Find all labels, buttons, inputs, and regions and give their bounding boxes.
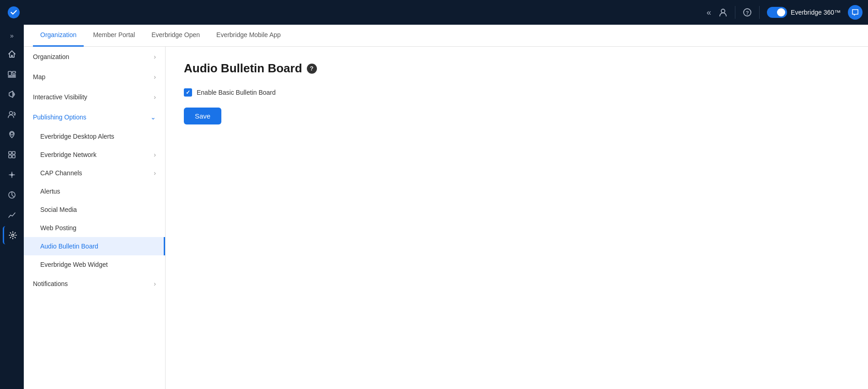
svg-rect-4: [12, 71, 16, 73]
svg-rect-9: [9, 151, 11, 154]
nav-cap-channels[interactable]: CAP Channels ›: [24, 164, 165, 182]
nav-notifications[interactable]: Notifications ›: [24, 274, 165, 294]
nav-map[interactable]: Map ›: [24, 67, 165, 87]
nav-audio-bulletin-board-label: Audio Bulletin Board: [40, 243, 98, 250]
svg-rect-3: [8, 71, 11, 76]
nav-home-icon[interactable]: [3, 45, 21, 63]
nav-interactive-visibility-label: Interactive Visibility: [33, 93, 87, 101]
collapse-icon[interactable]: «: [707, 8, 711, 17]
icon-sidebar: »: [0, 25, 24, 389]
nav-desktop-alerts[interactable]: Everbridge Desktop Alerts: [24, 127, 165, 146]
svg-point-0: [721, 9, 725, 13]
tab-bar: Organization Member Portal Everbridge Op…: [24, 25, 868, 47]
tab-everbridge-open[interactable]: Everbridge Open: [144, 25, 207, 47]
nav-workflows-icon[interactable]: [3, 166, 21, 184]
nav-contacts-icon[interactable]: [3, 105, 21, 124]
nav-broadcasts-icon[interactable]: [3, 85, 21, 103]
checkbox-row: Enable Basic Bulletin Board: [184, 88, 850, 97]
nav-web-posting[interactable]: Web Posting: [24, 219, 165, 237]
help-icon[interactable]: ?: [743, 8, 752, 17]
chat-icon[interactable]: [848, 5, 863, 20]
svg-text:?: ?: [746, 10, 749, 16]
enable-checkbox[interactable]: [184, 88, 192, 97]
page-title-text: Audio Bulletin Board: [184, 61, 302, 76]
nav-everbridge-network-chevron: ›: [154, 151, 156, 158]
nav-notifications-chevron: ›: [154, 280, 156, 287]
user-icon[interactable]: [718, 8, 728, 17]
nav-publishing-options-chevron: ⌄: [150, 113, 156, 121]
tab-organization[interactable]: Organization: [33, 25, 84, 47]
nav-settings-icon[interactable]: [3, 226, 21, 244]
checkbox-label: Enable Basic Bulletin Board: [197, 89, 276, 96]
nav-everbridge-network[interactable]: Everbridge Network ›: [24, 146, 165, 164]
nav-publishing-options[interactable]: Publishing Options ⌄: [24, 107, 165, 127]
nav-incidents-icon[interactable]: [3, 65, 21, 83]
svg-rect-11: [9, 155, 11, 158]
nav-everbridge-network-label: Everbridge Network: [40, 151, 96, 158]
nav-web-widget[interactable]: Everbridge Web Widget: [24, 255, 165, 274]
page-help-icon[interactable]: ?: [307, 64, 317, 74]
top-bar: « ? Everbridge 360™: [0, 0, 868, 25]
nav-social-media[interactable]: Social Media: [24, 200, 165, 219]
nav-dashboard-icon[interactable]: [3, 146, 21, 164]
save-button[interactable]: Save: [184, 108, 221, 124]
toggle-label: Everbridge 360™: [791, 9, 841, 16]
nav-alertus[interactable]: Alertus: [24, 182, 165, 200]
nav-publishing-options-label: Publishing Options: [33, 113, 86, 121]
svg-rect-12: [12, 155, 15, 158]
nav-organization-label: Organization: [33, 53, 69, 60]
page-title-container: Audio Bulletin Board ?: [184, 61, 850, 76]
nav-map-chevron: ›: [154, 73, 156, 81]
nav-map-label: Map: [33, 73, 45, 81]
nav-cap-channels-chevron: ›: [154, 169, 156, 177]
svg-rect-5: [12, 75, 16, 76]
nav-organization[interactable]: Organization ›: [24, 47, 165, 67]
nav-organization-chevron: ›: [154, 53, 156, 60]
nav-reports-icon[interactable]: [3, 206, 21, 224]
toggle-container[interactable]: Everbridge 360™: [767, 7, 841, 18]
nav-audio-bulletin-board[interactable]: Audio Bulletin Board: [24, 237, 165, 255]
svg-point-13: [11, 174, 13, 176]
tab-member-portal[interactable]: Member Portal: [86, 25, 142, 47]
nav-interactive-visibility-chevron: ›: [154, 93, 156, 101]
svg-point-7: [10, 112, 13, 115]
nav-notifications-label: Notifications: [33, 280, 68, 287]
top-bar-right: « ? Everbridge 360™: [707, 5, 863, 20]
everbridge360-toggle[interactable]: [767, 7, 787, 18]
nav-social-media-label: Social Media: [40, 206, 77, 213]
tab-mobile-app[interactable]: Everbridge Mobile App: [209, 25, 288, 47]
divider-2: [759, 6, 760, 19]
nav-analytics-icon[interactable]: [3, 186, 21, 204]
divider-1: [735, 6, 735, 19]
below-tabs: Organization › Map › Interactive Visibil…: [24, 47, 868, 389]
main-layout: »: [0, 25, 868, 389]
main-content: Audio Bulletin Board ? Enable Basic Bull…: [166, 47, 868, 389]
app-logo[interactable]: [5, 4, 22, 21]
svg-rect-10: [12, 151, 15, 154]
nav-web-widget-label: Everbridge Web Widget: [40, 261, 108, 268]
tabs-and-content: Organization Member Portal Everbridge Op…: [24, 25, 868, 389]
nav-cap-channels-label: CAP Channels: [40, 169, 82, 177]
svg-point-8: [11, 132, 13, 135]
sidebar-toggle[interactable]: »: [0, 28, 24, 43]
svg-point-15: [11, 234, 14, 237]
nav-locations-icon[interactable]: [3, 125, 21, 144]
nav-sidebar: Organization › Map › Interactive Visibil…: [24, 47, 166, 389]
nav-web-posting-label: Web Posting: [40, 224, 76, 232]
svg-rect-6: [8, 76, 16, 77]
nav-interactive-visibility[interactable]: Interactive Visibility ›: [24, 87, 165, 107]
nav-desktop-alerts-label: Everbridge Desktop Alerts: [40, 133, 114, 140]
top-bar-left: [5, 4, 22, 21]
nav-alertus-label: Alertus: [40, 188, 60, 195]
